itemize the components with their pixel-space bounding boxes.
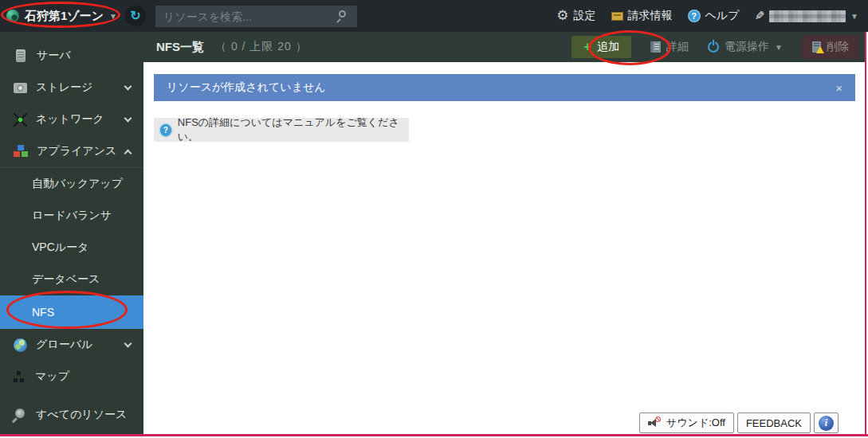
delete-button-label: 削除 (827, 40, 849, 54)
sidebar-item-storage[interactable]: ストレージ (0, 72, 143, 104)
sidebar-item-label: グローバル (36, 338, 92, 352)
sidebar-item-server[interactable]: サーバ (0, 40, 143, 72)
add-button-label: 追加 (597, 40, 619, 54)
sound-toggle-label: サウンド:Off (666, 416, 725, 430)
username-redacted (769, 10, 846, 22)
sidebar: サーバ ストレージ ネットワーク アプライアンス 自動バックアップ ロードバラン… (0, 32, 143, 436)
sidebar-item-label: VPCルータ (32, 241, 88, 255)
sidebar-item-nfs[interactable]: NFS (0, 295, 143, 329)
power-icon (708, 41, 719, 53)
sidebar-item-network[interactable]: ネットワーク (0, 104, 143, 135)
zone-globe-icon (6, 10, 19, 22)
resource-count: （ 0 / 上限 20 ） (215, 40, 308, 54)
add-button[interactable]: + 追加 (571, 36, 631, 58)
help-icon: ? (160, 124, 171, 136)
billing-icon (611, 12, 623, 21)
page-title: NFS一覧 (156, 40, 204, 55)
delete-warning-icon (812, 41, 821, 53)
sidebar-item-label: NFS (32, 306, 54, 319)
info-button[interactable]: i (814, 413, 839, 433)
sidebar-item-label: データベース (32, 272, 100, 287)
sidebar-item-label: アプライアンス (37, 144, 116, 158)
footer-buttons: サウンド:Off FEEDBACK i (639, 413, 839, 433)
help-icon: ? (688, 10, 701, 22)
billing-label: 請求情報 (628, 9, 673, 23)
info-icon: i (819, 416, 834, 431)
sidebar-item-auto-backup[interactable]: 自動バックアップ (0, 168, 143, 200)
screenshot-border-right (865, 32, 866, 436)
plus-icon: + (583, 41, 591, 53)
refresh-button[interactable]: ↻ (125, 6, 146, 26)
sidebar-item-load-balancer[interactable]: ロードバランサ (0, 200, 143, 232)
sidebar-item-vpc-router[interactable]: VPCルータ (0, 232, 143, 264)
detail-button-label: 詳細 (666, 40, 689, 54)
delete-button[interactable]: 削除 (802, 35, 859, 59)
power-button-label: 電源操作 (725, 40, 769, 54)
chevron-down-icon: ▼ (775, 43, 783, 52)
sidebar-item-label: マップ (35, 370, 69, 384)
search-icon (15, 409, 25, 418)
sidebar-item-map[interactable]: マップ (0, 361, 143, 393)
storage-icon (14, 83, 27, 93)
mute-slash-icon (655, 416, 661, 422)
sidebar-item-label: 自動バックアップ (32, 177, 123, 191)
search-box (155, 6, 357, 27)
chevron-down-icon (124, 83, 132, 91)
network-icon (14, 113, 27, 127)
sidebar-item-database[interactable]: データベース (0, 264, 143, 295)
topbar-right-menu: ⚙ 設定 請求情報 ? ヘルプ ✎ ▼ (556, 0, 858, 32)
map-icon (14, 370, 26, 383)
app-window: 石狩第1ゾーン ▼ ↻ ⚙ 設定 請求情報 ? ヘルプ ✎ (0, 0, 868, 438)
sidebar-item-global[interactable]: グローバル (0, 329, 143, 361)
chevron-down-icon (124, 340, 132, 348)
topbar: 石狩第1ゾーン ▼ ↻ ⚙ 設定 請求情報 ? ヘルプ ✎ (0, 0, 868, 32)
alert-text: リソースが作成されていません (167, 80, 326, 95)
help-label: ヘルプ (705, 9, 740, 23)
book-icon (650, 41, 661, 53)
screenshot-border-bottom (0, 434, 868, 436)
sidebar-item-label: サーバ (37, 49, 71, 63)
sidebar-item-all-resources[interactable]: すべてのリソース (0, 399, 143, 431)
power-button[interactable]: 電源操作 ▼ (708, 40, 783, 54)
chevron-down-icon: ▼ (109, 12, 117, 21)
alert-banner: リソースが作成されていません × (154, 74, 855, 101)
sidebar-item-label: ストレージ (36, 80, 92, 95)
billing-link[interactable]: 請求情報 (611, 9, 673, 23)
refresh-icon: ↻ (130, 9, 140, 22)
server-icon (16, 49, 26, 62)
gear-icon: ⚙ (556, 10, 568, 22)
settings-link[interactable]: ⚙ 設定 (556, 9, 595, 23)
feedback-button[interactable]: FEEDBACK (737, 413, 811, 433)
help-link[interactable]: ? ヘルプ (688, 9, 740, 23)
main-content: NFS一覧 （ 0 / 上限 20 ） + 追加 詳細 電源操作 ▼ (143, 32, 866, 436)
pen-icon: ✎ (755, 9, 765, 23)
sidebar-item-label: ネットワーク (36, 112, 104, 127)
info-strip: ? NFSの詳細についてはマニュアルをご覧ください。 (154, 118, 409, 142)
content-header: NFS一覧 （ 0 / 上限 20 ） + 追加 詳細 電源操作 ▼ (143, 32, 866, 62)
settings-label: 設定 (574, 9, 596, 23)
sound-off-icon (648, 418, 661, 428)
user-menu[interactable]: ✎ ▼ (755, 9, 858, 23)
sidebar-item-label: ロードバランサ (32, 209, 112, 223)
chevron-down-icon (124, 115, 132, 123)
detail-button[interactable]: 詳細 (650, 40, 689, 54)
globe-icon (14, 338, 27, 352)
search-input[interactable] (155, 6, 357, 27)
sidebar-item-label: すべてのリソース (36, 408, 127, 422)
close-icon[interactable]: × (835, 81, 842, 95)
info-text: NFSの詳細についてはマニュアルをご覧ください。 (178, 115, 401, 144)
zone-label: 石狩第1ゾーン (25, 9, 104, 24)
toolbar: + 追加 詳細 電源操作 ▼ 削除 (571, 35, 859, 59)
chevron-up-icon (124, 150, 132, 158)
appliance-icon (14, 145, 28, 158)
zone-selector[interactable]: 石狩第1ゾーン ▼ (6, 6, 117, 26)
sidebar-item-appliance[interactable]: アプライアンス (0, 135, 143, 167)
search-icon[interactable] (339, 10, 346, 18)
appliance-submenu: 自動バックアップ ロードバランサ VPCルータ データベース NFS (0, 167, 143, 329)
sound-toggle-button[interactable]: サウンド:Off (639, 413, 734, 433)
chevron-down-icon: ▼ (850, 12, 858, 21)
